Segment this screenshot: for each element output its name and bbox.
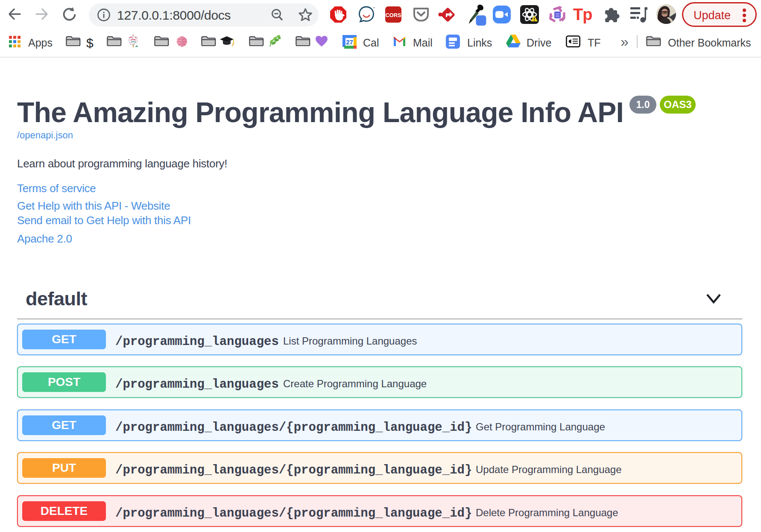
svg-text:27: 27 [346,38,353,46]
svg-text:CORS: CORS [386,12,401,18]
